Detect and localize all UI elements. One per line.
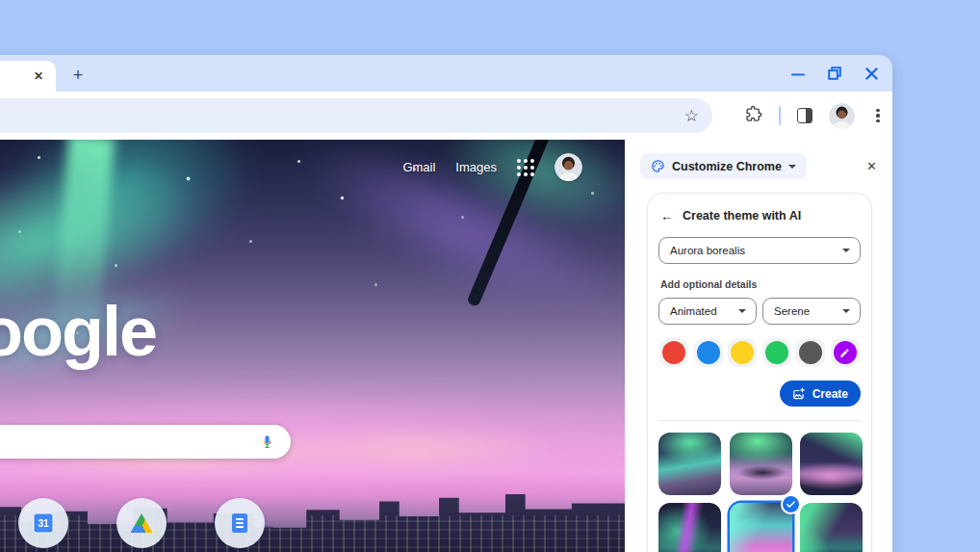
panel-header: Customize Chrome ✕ <box>640 153 881 179</box>
create-theme-card: ← Create theme with AI Aurora borealis A… <box>647 193 872 552</box>
tab-strip: ✕ + <box>0 55 892 92</box>
google-topbar: Gmail Images <box>402 153 582 181</box>
minimize-button[interactable] <box>790 66 806 81</box>
search-input[interactable] <box>0 425 291 459</box>
shortcut-row: 31 <box>18 498 265 548</box>
mood-select[interactable]: Serene <box>762 298 861 325</box>
card-divider <box>659 420 860 421</box>
chevron-down-icon <box>842 309 850 313</box>
tab-close-icon[interactable]: ✕ <box>31 68 46 84</box>
style-select[interactable]: Animated <box>658 298 757 325</box>
create-row: Create <box>658 381 861 407</box>
calendar-shortcut[interactable]: 31 <box>18 498 68 548</box>
address-bar[interactable]: ☆ <box>0 98 712 133</box>
color-swatch-yellow[interactable] <box>728 338 757 367</box>
theme-thumbnail-3[interactable] <box>800 433 863 495</box>
google-homepage: Gmail Images Google <box>0 140 625 552</box>
color-swatch-green[interactable] <box>762 338 791 367</box>
docs-icon <box>232 513 247 533</box>
detail-selects-row: Animated Serene <box>658 298 861 325</box>
theme-subject-value: Aurora borealis <box>670 245 745 256</box>
desktop: { "styles": { "page": "background:#a9c7f… <box>0 0 980 552</box>
panel-title: Customize Chrome <box>672 160 782 173</box>
theme-thumbnail-4[interactable] <box>658 503 721 552</box>
back-arrow-icon[interactable]: ← <box>660 208 674 223</box>
google-apps-grid-icon[interactable] <box>517 159 534 176</box>
create-button-label: Create <box>812 387 848 401</box>
color-swatch-grey[interactable] <box>796 338 825 367</box>
theme-thumbnail-1[interactable] <box>658 433 721 495</box>
toolbar-divider <box>779 106 781 125</box>
browser-window: ✕ + ☆ <box>0 55 892 552</box>
gmail-link[interactable]: Gmail <box>402 160 435 174</box>
pencil-icon <box>839 348 850 358</box>
bookmark-star-icon[interactable]: ☆ <box>684 106 699 126</box>
profile-avatar[interactable] <box>829 103 855 129</box>
close-window-button[interactable] <box>864 66 879 81</box>
theme-thumbnail-6[interactable] <box>800 503 863 552</box>
optional-details-label: Add optional details <box>660 278 861 290</box>
side-panel-icon[interactable] <box>797 108 812 123</box>
extensions-icon[interactable] <box>745 105 762 126</box>
custom-color-swatch[interactable] <box>831 338 860 367</box>
theme-thumbnail-5-selected[interactable] <box>730 503 792 552</box>
images-link[interactable]: Images <box>455 160 497 174</box>
theme-thumbnail-2[interactable] <box>730 433 792 495</box>
drive-shortcut[interactable] <box>116 498 167 548</box>
browser-toolbar: ☆ <box>0 92 892 140</box>
drive-icon <box>131 513 153 533</box>
docs-shortcut[interactable] <box>215 498 265 548</box>
add-image-icon <box>792 387 806 401</box>
card-title-row: ← Create theme with AI <box>660 208 861 223</box>
create-button[interactable]: Create <box>780 381 861 407</box>
chevron-down-icon <box>788 165 796 169</box>
theme-subject-select[interactable]: Aurora borealis <box>658 237 861 264</box>
palette-icon <box>651 159 665 173</box>
customize-chrome-panel: Customize Chrome ✕ ← Create theme with A… <box>625 140 892 552</box>
restore-window-button[interactable] <box>827 66 842 81</box>
browser-menu-icon[interactable] <box>871 109 885 123</box>
card-title: Create theme with AI <box>683 209 801 223</box>
color-swatch-red[interactable] <box>659 338 688 367</box>
style-select-value: Animated <box>670 305 717 317</box>
color-swatch-row <box>659 338 860 367</box>
panel-close-icon[interactable]: ✕ <box>863 155 881 177</box>
theme-thumbnail-grid <box>658 433 861 552</box>
customize-chrome-menu-button[interactable]: Customize Chrome <box>640 153 807 179</box>
google-account-avatar[interactable] <box>554 153 582 181</box>
toolbar-icons <box>745 92 885 140</box>
color-swatch-blue[interactable] <box>694 338 723 367</box>
window-controls <box>790 55 879 92</box>
chevron-down-icon <box>842 249 850 252</box>
mood-select-value: Serene <box>774 305 810 317</box>
chevron-down-icon <box>738 309 746 313</box>
new-tab-button[interactable]: + <box>65 64 90 89</box>
selected-check-icon <box>781 494 801 514</box>
calendar-icon: 31 <box>33 513 54 534</box>
voice-search-mic-icon[interactable] <box>259 434 275 454</box>
google-logo: Google <box>0 292 156 371</box>
active-tab[interactable]: ✕ <box>0 61 56 92</box>
content-row: Gmail Images Google <box>0 140 892 552</box>
